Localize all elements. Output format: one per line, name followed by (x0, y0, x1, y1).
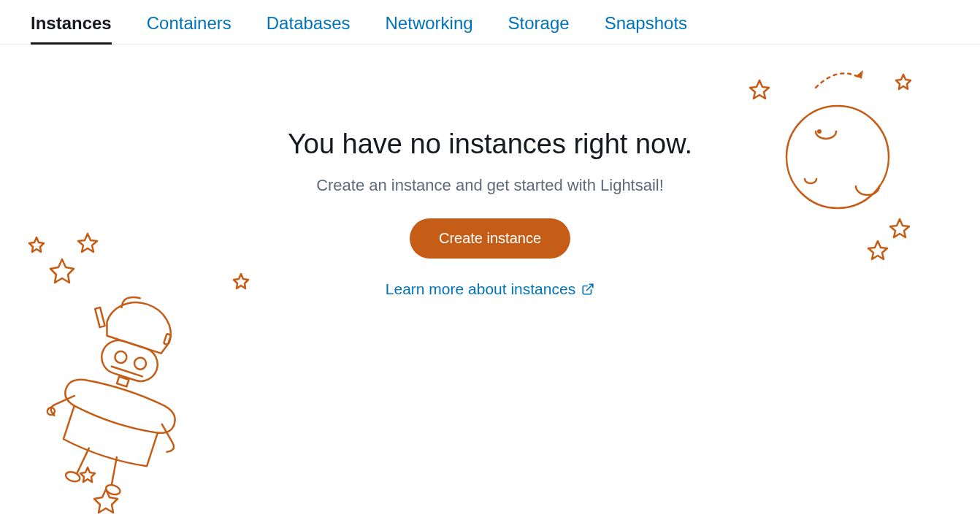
svg-line-0 (587, 284, 593, 290)
svg-point-7 (47, 407, 56, 416)
svg-line-5 (112, 367, 142, 377)
svg-rect-2 (97, 336, 161, 386)
tab-instances[interactable]: Instances (31, 7, 112, 44)
main-tabs: Instances Containers Databases Networkin… (0, 0, 980, 45)
empty-title: You have no instances right now. (0, 129, 980, 160)
svg-rect-1 (164, 334, 171, 345)
svg-point-10 (64, 470, 81, 483)
tab-storage[interactable]: Storage (508, 7, 570, 44)
svg-point-11 (104, 483, 121, 497)
svg-point-4 (133, 356, 148, 371)
tab-databases[interactable]: Databases (267, 7, 351, 44)
external-link-icon (581, 283, 594, 296)
svg-line-9 (108, 457, 120, 485)
tab-containers[interactable]: Containers (147, 7, 231, 44)
tab-snapshots[interactable]: Snapshots (605, 7, 687, 44)
create-instance-button[interactable]: Create instance (410, 218, 570, 259)
empty-subtitle: Create an instance and get started with … (0, 176, 980, 195)
svg-rect-6 (117, 377, 129, 387)
svg-line-8 (77, 447, 88, 475)
empty-state: You have no instances right now. Create … (0, 129, 980, 298)
svg-point-3 (113, 350, 128, 364)
learn-more-link[interactable]: Learn more about instances (386, 280, 594, 298)
learn-more-label: Learn more about instances (386, 280, 575, 298)
tab-networking[interactable]: Networking (386, 7, 473, 44)
